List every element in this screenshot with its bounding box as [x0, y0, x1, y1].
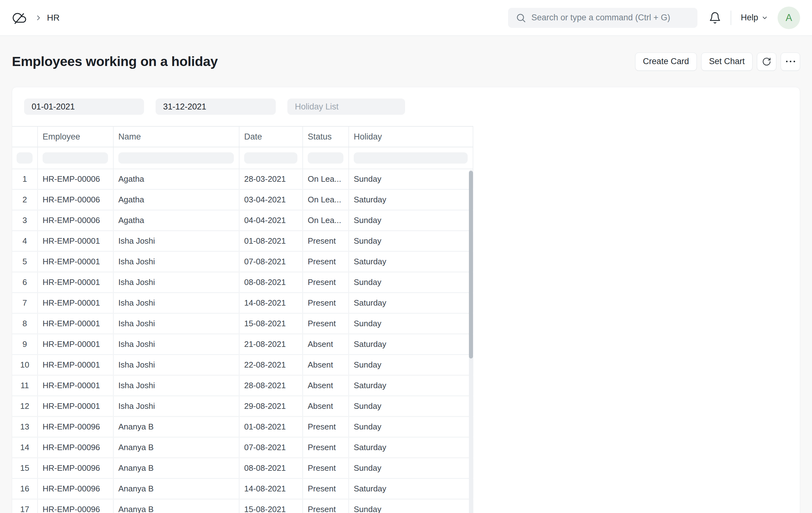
column-filter-input-status[interactable] [308, 152, 343, 163]
column-filter-input-row-number[interactable] [17, 152, 33, 163]
cell-employee[interactable]: HR-EMP-00001 [38, 252, 114, 272]
cell-employee[interactable]: HR-EMP-00096 [38, 479, 114, 499]
cell-employee[interactable]: HR-EMP-00001 [38, 334, 114, 354]
cell-date[interactable]: 28-08-2021 [239, 376, 303, 395]
refresh-button[interactable] [757, 53, 776, 71]
cell-holiday[interactable]: Saturday [349, 252, 473, 272]
cell-holiday[interactable]: Saturday [349, 334, 473, 354]
cell-holiday[interactable]: Sunday [349, 500, 473, 513]
column-header-name[interactable]: Name [114, 127, 239, 147]
cell-holiday[interactable]: Sunday [349, 169, 473, 189]
cell-date[interactable]: 29-08-2021 [239, 396, 303, 416]
cell-date[interactable]: 07-08-2021 [239, 437, 303, 457]
cell-name[interactable]: Agatha [114, 169, 239, 189]
cell-name[interactable]: Ananya B [114, 479, 239, 499]
create-card-button[interactable]: Create Card [635, 53, 697, 71]
user-avatar[interactable]: A [778, 6, 800, 29]
global-search-input[interactable]: Search or type a command (Ctrl + G) [508, 8, 697, 28]
menu-button[interactable] [781, 53, 800, 71]
cell-status[interactable]: On Lea... [303, 211, 349, 230]
cell-status[interactable]: Present [303, 252, 349, 272]
cell-holiday[interactable]: Sunday [349, 458, 473, 478]
cell-status[interactable]: Absent [303, 396, 349, 416]
cell-status[interactable]: Present [303, 272, 349, 292]
cell-holiday[interactable]: Sunday [349, 417, 473, 437]
cell-employee[interactable]: HR-EMP-00006 [38, 169, 114, 189]
cell-status[interactable]: On Lea... [303, 169, 349, 189]
cell-date[interactable]: 28-03-2021 [239, 169, 303, 189]
cell-name[interactable]: Isha Joshi [114, 252, 239, 272]
cell-name[interactable]: Isha Joshi [114, 272, 239, 292]
cell-holiday[interactable]: Sunday [349, 231, 473, 251]
cell-date[interactable]: 15-08-2021 [239, 500, 303, 513]
breadcrumb-hr[interactable]: HR [47, 13, 59, 23]
cell-name[interactable]: Isha Joshi [114, 334, 239, 354]
cell-date[interactable]: 01-08-2021 [239, 417, 303, 437]
holiday-list-filter[interactable]: Holiday List [287, 98, 405, 115]
cell-name[interactable]: Isha Joshi [114, 396, 239, 416]
cell-name[interactable]: Ananya B [114, 500, 239, 513]
cell-employee[interactable]: HR-EMP-00001 [38, 231, 114, 251]
cell-name[interactable]: Agatha [114, 190, 239, 210]
cell-status[interactable]: Absent [303, 355, 349, 375]
cell-date[interactable]: 04-04-2021 [239, 211, 303, 230]
cell-holiday[interactable]: Sunday [349, 396, 473, 416]
cell-employee[interactable]: HR-EMP-00096 [38, 500, 114, 513]
cell-name[interactable]: Ananya B [114, 437, 239, 457]
cell-employee[interactable]: HR-EMP-00001 [38, 314, 114, 333]
cell-holiday[interactable]: Saturday [349, 437, 473, 457]
frappe-cloud-logo-icon[interactable] [12, 10, 27, 25]
cell-employee[interactable]: HR-EMP-00001 [38, 293, 114, 313]
cell-name[interactable]: Isha Joshi [114, 376, 239, 395]
cell-employee[interactable]: HR-EMP-00001 [38, 376, 114, 395]
column-filter-input-employee[interactable] [42, 152, 108, 163]
cell-employee[interactable]: HR-EMP-00096 [38, 417, 114, 437]
column-header-holiday[interactable]: Holiday [349, 127, 473, 147]
cell-status[interactable]: Present [303, 458, 349, 478]
cell-date[interactable]: 01-08-2021 [239, 231, 303, 251]
cell-holiday[interactable]: Sunday [349, 314, 473, 333]
cell-holiday[interactable]: Sunday [349, 272, 473, 292]
cell-date[interactable]: 22-08-2021 [239, 355, 303, 375]
column-header-status[interactable]: Status [303, 127, 349, 147]
cell-employee[interactable]: HR-EMP-00001 [38, 355, 114, 375]
cell-status[interactable]: On Lea... [303, 190, 349, 210]
cell-date[interactable]: 14-08-2021 [239, 293, 303, 313]
cell-date[interactable]: 21-08-2021 [239, 334, 303, 354]
cell-status[interactable]: Present [303, 417, 349, 437]
cell-name[interactable]: Isha Joshi [114, 231, 239, 251]
help-menu[interactable]: Help [741, 13, 768, 23]
cell-name[interactable]: Agatha [114, 211, 239, 230]
from-date-filter[interactable]: 01-01-2021 [24, 98, 144, 115]
table-scrollbar[interactable] [469, 170, 473, 513]
cell-employee[interactable]: HR-EMP-00096 [38, 437, 114, 457]
cell-name[interactable]: Isha Joshi [114, 293, 239, 313]
column-filter-input-date[interactable] [244, 152, 297, 163]
to-date-filter[interactable]: 31-12-2021 [155, 98, 276, 115]
cell-date[interactable]: 08-08-2021 [239, 272, 303, 292]
cell-name[interactable]: Ananya B [114, 417, 239, 437]
cell-status[interactable]: Present [303, 479, 349, 499]
cell-employee[interactable]: HR-EMP-00006 [38, 211, 114, 230]
cell-status[interactable]: Present [303, 231, 349, 251]
cell-date[interactable]: 14-08-2021 [239, 479, 303, 499]
cell-employee[interactable]: HR-EMP-00001 [38, 272, 114, 292]
cell-date[interactable]: 03-04-2021 [239, 190, 303, 210]
cell-status[interactable]: Absent [303, 376, 349, 395]
column-header-date[interactable]: Date [239, 127, 303, 147]
cell-employee[interactable]: HR-EMP-00096 [38, 458, 114, 478]
column-filter-input-holiday[interactable] [354, 152, 468, 163]
cell-employee[interactable]: HR-EMP-00001 [38, 396, 114, 416]
cell-status[interactable]: Present [303, 437, 349, 457]
cell-date[interactable]: 08-08-2021 [239, 458, 303, 478]
cell-holiday[interactable]: Sunday [349, 211, 473, 230]
cell-name[interactable]: Ananya B [114, 458, 239, 478]
cell-name[interactable]: Isha Joshi [114, 314, 239, 333]
table-scrollbar-thumb[interactable] [469, 171, 473, 359]
cell-status[interactable]: Absent [303, 334, 349, 354]
notifications-bell-icon[interactable] [709, 11, 721, 24]
cell-holiday[interactable]: Saturday [349, 376, 473, 395]
cell-employee[interactable]: HR-EMP-00006 [38, 190, 114, 210]
cell-status[interactable]: Present [303, 314, 349, 333]
cell-status[interactable]: Present [303, 293, 349, 313]
